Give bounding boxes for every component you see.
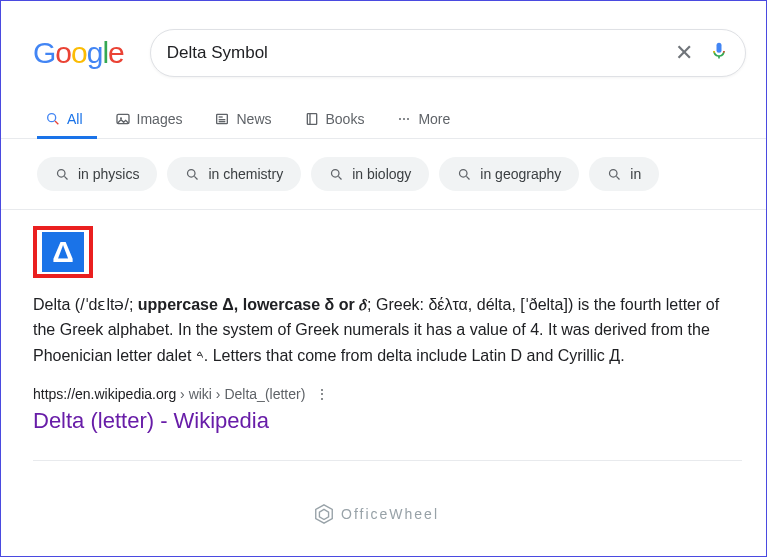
- kebab-icon[interactable]: ⋮: [315, 386, 329, 402]
- svg-line-22: [617, 176, 620, 179]
- tab-more[interactable]: More: [388, 101, 464, 139]
- search-icon: [607, 167, 622, 182]
- result-domain[interactable]: https://en.wikipedia.org › wiki › Delta_…: [33, 386, 305, 402]
- svg-line-18: [339, 176, 342, 179]
- svg-rect-8: [307, 113, 316, 124]
- chip-physics[interactable]: in physics: [37, 157, 157, 191]
- chip-label: in biology: [352, 166, 411, 182]
- tab-books[interactable]: Books: [296, 101, 379, 139]
- svg-line-20: [467, 176, 470, 179]
- tab-more-label: More: [418, 111, 450, 127]
- tab-all[interactable]: All: [37, 101, 97, 139]
- svg-point-10: [399, 118, 401, 120]
- tab-images[interactable]: Images: [107, 101, 197, 139]
- search-bar[interactable]: ✕: [150, 29, 746, 77]
- officewheel-icon: [313, 503, 335, 525]
- svg-marker-23: [316, 505, 333, 523]
- search-icon: [45, 111, 61, 127]
- chip-partial[interactable]: in: [589, 157, 659, 191]
- svg-point-12: [407, 118, 409, 120]
- svg-point-21: [610, 169, 618, 177]
- delta-thumbnail[interactable]: Δ: [42, 232, 84, 272]
- result-divider: [33, 460, 742, 461]
- chip-label: in: [630, 166, 641, 182]
- snippet-pre: Delta (/ˈdɛltə/;: [33, 296, 138, 313]
- svg-line-14: [64, 176, 67, 179]
- snippet-bold: uppercase Δ, lowercase δ or 𝛿: [138, 296, 367, 313]
- more-icon: [396, 111, 412, 127]
- chip-label: in geography: [480, 166, 561, 182]
- watermark: OfficeWheel: [313, 503, 439, 525]
- svg-line-1: [55, 121, 58, 124]
- chip-chemistry[interactable]: in chemistry: [167, 157, 301, 191]
- mic-icon[interactable]: [709, 40, 729, 66]
- image-icon: [115, 111, 131, 127]
- google-logo[interactable]: Google: [33, 36, 124, 70]
- book-icon: [304, 111, 320, 127]
- search-icon: [457, 167, 472, 182]
- chip-label: in chemistry: [208, 166, 283, 182]
- clear-icon[interactable]: ✕: [675, 40, 693, 66]
- chip-label: in physics: [78, 166, 139, 182]
- tab-news-label: News: [236, 111, 271, 127]
- svg-line-16: [195, 176, 198, 179]
- search-tabs: All Images News Books More: [1, 87, 766, 139]
- result-thumbnail-highlight: Δ: [33, 226, 93, 278]
- svg-point-19: [460, 169, 468, 177]
- chip-biology[interactable]: in biology: [311, 157, 429, 191]
- result-snippet: Delta (/ˈdɛltə/; uppercase Δ, lowercase …: [33, 292, 742, 368]
- chip-geography[interactable]: in geography: [439, 157, 579, 191]
- svg-point-17: [332, 169, 340, 177]
- result-url: https://en.wikipedia.org › wiki › Delta_…: [33, 386, 742, 402]
- header: Google ✕: [1, 1, 766, 87]
- svg-marker-24: [319, 509, 328, 519]
- tab-books-label: Books: [326, 111, 365, 127]
- svg-point-13: [58, 169, 66, 177]
- watermark-text: OfficeWheel: [341, 506, 439, 522]
- svg-point-11: [403, 118, 405, 120]
- news-icon: [214, 111, 230, 127]
- tab-images-label: Images: [137, 111, 183, 127]
- result-title-link[interactable]: Delta (letter) - Wikipedia: [33, 408, 742, 434]
- result-content: Δ Delta (/ˈdɛltə/; uppercase Δ, lowercas…: [1, 210, 766, 461]
- search-icon: [55, 167, 70, 182]
- tab-all-label: All: [67, 111, 83, 127]
- svg-point-15: [188, 169, 196, 177]
- tab-news[interactable]: News: [206, 101, 285, 139]
- search-icon: [185, 167, 200, 182]
- svg-point-0: [48, 113, 56, 121]
- search-input[interactable]: [167, 43, 675, 63]
- search-icon: [329, 167, 344, 182]
- related-chips: in physics in chemistry in biology in ge…: [1, 139, 766, 210]
